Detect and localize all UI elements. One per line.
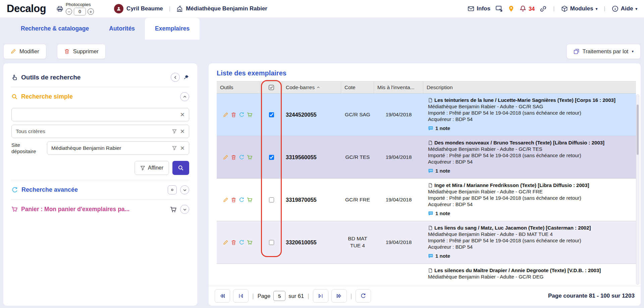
- add-to-basket-icon[interactable]: [247, 197, 253, 203]
- photocopies-widget: Photocopies − +: [57, 2, 94, 15]
- user-menu[interactable]: Cyril Beaume: [114, 4, 163, 13]
- photocopies-plus-button[interactable]: +: [88, 8, 94, 15]
- edit-icon[interactable]: [223, 197, 228, 203]
- edit-icon[interactable]: [223, 240, 228, 245]
- history-icon[interactable]: [239, 197, 245, 203]
- infos-button[interactable]: Infos: [468, 5, 490, 12]
- criteria-select[interactable]: Tous critères ✕: [11, 125, 189, 138]
- criteria-value: Tous critères: [16, 128, 169, 134]
- tab-autorites[interactable]: Autorités: [99, 18, 145, 40]
- column-description[interactable]: Description: [423, 81, 636, 93]
- note-link[interactable]: 1 note: [428, 168, 631, 174]
- description-line: Importé : Prêté par BDP 54 le 19-04-2018…: [428, 110, 631, 116]
- cart-icon[interactable]: [170, 206, 177, 213]
- cube-icon: [561, 5, 568, 12]
- collapse-panel-button[interactable]: [171, 73, 180, 82]
- site-menu[interactable]: Médiathèque Benjamin Rabier: [176, 5, 267, 12]
- scrollbar-thumb[interactable]: [637, 105, 639, 155]
- expand-section-button[interactable]: [180, 185, 189, 194]
- tab-recherche-catalogage[interactable]: Recherche & catalogage: [11, 18, 99, 40]
- description-line: Médiathèque Benjamin Rabier - Adulte - B…: [428, 231, 631, 237]
- comment-icon: [428, 253, 433, 259]
- filter-icon[interactable]: [172, 146, 177, 150]
- note-link[interactable]: 1 note: [428, 253, 631, 259]
- delete-icon[interactable]: [231, 197, 236, 203]
- affiner-button[interactable]: Affiner: [135, 161, 169, 175]
- notice-title[interactable]: Les teinturiers de la lune / Lucette-Mar…: [434, 97, 615, 103]
- modules-menu[interactable]: Modules ▾: [561, 5, 597, 12]
- first-page-button[interactable]: [215, 289, 230, 303]
- delete-icon[interactable]: [231, 155, 236, 160]
- open-window-icon[interactable]: [168, 185, 177, 194]
- next-page-button[interactable]: [313, 289, 328, 303]
- select-all-checkbox[interactable]: [260, 81, 282, 93]
- clear-site-icon[interactable]: ✕: [180, 145, 185, 151]
- add-to-basket-icon[interactable]: [247, 155, 253, 160]
- note-link[interactable]: 1 note: [428, 125, 631, 131]
- location-pin-icon[interactable]: [508, 5, 515, 12]
- history-icon[interactable]: [239, 240, 245, 245]
- recherche-avancee-title[interactable]: Recherche avancée: [21, 186, 78, 193]
- description-line: Importé : Prêté par BDP 54 le 19-04-2018…: [428, 195, 631, 201]
- traitements-par-lot-button[interactable]: Traitements par lot ▾: [567, 44, 641, 59]
- photocopies-input[interactable]: [74, 8, 86, 15]
- note-link[interactable]: 1 note: [428, 210, 631, 217]
- description-line: Médiathèque Benjamin Rabier - Adulte - G…: [428, 273, 631, 280]
- search-submit-button[interactable]: [172, 161, 189, 175]
- notice-title[interactable]: Des mondes nouveaux / Bruno Tessarech (T…: [434, 139, 604, 146]
- row-checkbox[interactable]: [269, 155, 274, 160]
- barcode: 3319870055: [282, 197, 341, 203]
- row-checkbox[interactable]: [269, 112, 274, 117]
- row-checkbox-cell: [260, 197, 282, 202]
- filter-icon[interactable]: [172, 129, 177, 134]
- panier-title[interactable]: Panier : Mon panier d'exemplaires pa...: [21, 206, 129, 213]
- column-cote[interactable]: Cote: [341, 81, 374, 93]
- tab-exemplaires[interactable]: Exemplaires: [145, 18, 200, 40]
- previous-page-button[interactable]: [233, 289, 249, 303]
- edit-icon[interactable]: [223, 155, 228, 160]
- history-icon[interactable]: [239, 155, 245, 160]
- divider: [11, 199, 190, 200]
- notice-title[interactable]: Les liens du sang / Matz, Luc Jacamon (T…: [434, 225, 591, 231]
- description-line: Acquéreur : BDP 54: [428, 116, 631, 122]
- batch-icon: [574, 49, 579, 54]
- link-icon[interactable]: [540, 5, 547, 12]
- edit-icon[interactable]: [223, 112, 228, 118]
- delete-icon[interactable]: [231, 240, 236, 245]
- table-row[interactable]: 3320610055 BD MAT TUE 4 19/04/2018 Les l…: [217, 221, 636, 264]
- description-lines: Médiathèque Benjamin Rabier - Adulte - G…: [428, 103, 631, 122]
- expand-section-button[interactable]: [180, 205, 189, 214]
- photocopies-minus-button[interactable]: −: [66, 8, 72, 15]
- column-inventaire[interactable]: Mis à l'inventa...: [374, 81, 423, 93]
- clear-criteria-icon[interactable]: ✕: [180, 129, 185, 134]
- search-input[interactable]: [16, 112, 177, 118]
- site-select[interactable]: Médiathèque Benjamin Rabier ✕: [47, 141, 189, 155]
- column-outils[interactable]: Outils: [217, 81, 260, 93]
- last-page-button[interactable]: [331, 289, 347, 303]
- add-to-basket-icon[interactable]: [247, 240, 253, 245]
- notice-title[interactable]: Inge et Mira / Marianne Fredriksson (Tex…: [434, 182, 589, 188]
- row-checkbox[interactable]: [269, 197, 274, 202]
- remote-access-icon[interactable]: [495, 5, 503, 12]
- add-to-basket-icon[interactable]: [247, 112, 253, 118]
- aide-menu[interactable]: Aide ▾: [612, 5, 637, 12]
- supprimer-button[interactable]: Supprimer: [57, 44, 106, 59]
- notice-title[interactable]: Les silences du Maître Drapier / Annie D…: [434, 267, 601, 273]
- table-row[interactable]: 3319560055 GC/R TES 19/04/2018 Des monde…: [217, 136, 636, 179]
- collapse-section-button[interactable]: [180, 92, 189, 101]
- pin-icon[interactable]: [183, 74, 189, 80]
- refresh-button[interactable]: [356, 289, 371, 303]
- table-row[interactable]: 3244520055 GC/R SAG 19/04/2018 Les teint…: [217, 94, 636, 136]
- page-input[interactable]: [273, 291, 285, 301]
- inventory-date: 19/04/2018: [374, 197, 423, 203]
- table-row[interactable]: 3319870055 GC/R FRE 19/04/2018 Inge et M…: [217, 179, 636, 221]
- modifier-button[interactable]: Modifier: [3, 44, 46, 59]
- delete-icon[interactable]: [231, 112, 236, 118]
- row-checkbox[interactable]: [269, 240, 274, 245]
- table-scrollbar[interactable]: [636, 94, 639, 285]
- column-code-barres[interactable]: Code-barres: [282, 81, 341, 93]
- chevron-down-icon: ▾: [596, 7, 598, 11]
- notifications-button[interactable]: 34: [520, 5, 535, 12]
- history-icon[interactable]: [239, 112, 245, 118]
- clear-search-icon[interactable]: ✕: [180, 112, 185, 118]
